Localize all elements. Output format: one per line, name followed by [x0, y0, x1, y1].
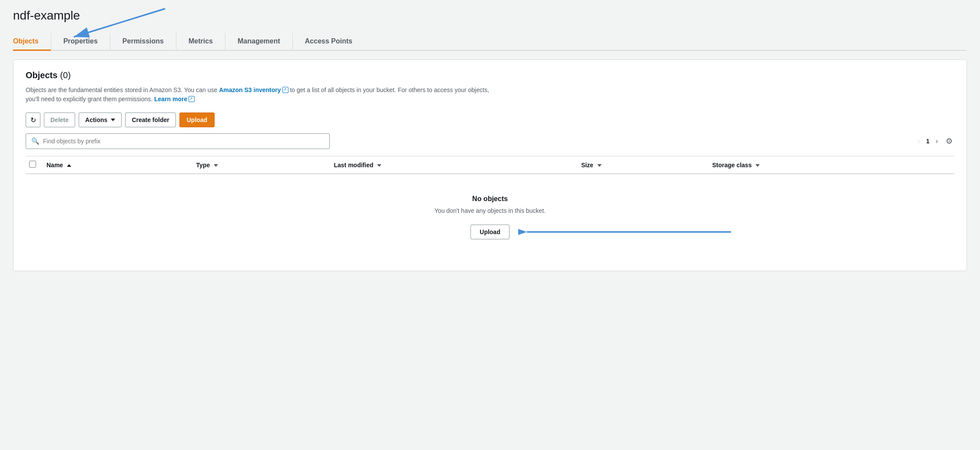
arrow-annotation-bottom	[518, 221, 735, 243]
panel-title: Objects	[26, 70, 57, 80]
actions-button[interactable]: Actions	[79, 112, 122, 127]
search-row: 🔍 ‹ 1 › ⚙	[26, 133, 954, 149]
tabs-bar: Objects Properties Permissions Metrics M…	[13, 33, 967, 51]
sort-desc-icon-size	[597, 164, 602, 167]
tab-metrics[interactable]: Metrics	[176, 33, 225, 51]
page-number: 1	[926, 138, 930, 145]
select-all-checkbox[interactable]	[29, 161, 36, 168]
col-size[interactable]: Size	[576, 156, 707, 174]
col-type[interactable]: Type	[191, 156, 329, 174]
sort-desc-icon-type	[214, 164, 218, 167]
search-input[interactable]	[43, 138, 324, 145]
pagination-controls: ‹ 1 › ⚙	[915, 135, 954, 148]
col-last-modified[interactable]: Last modified	[328, 156, 576, 174]
search-icon: 🔍	[31, 137, 40, 145]
prev-page-button[interactable]: ‹	[915, 136, 923, 147]
toolbar: ↻ Delete Actions Create folder Upload	[26, 112, 954, 127]
empty-state-desc: You don't have any objects in this bucke…	[434, 207, 546, 214]
search-bar[interactable]: 🔍	[26, 133, 330, 149]
sort-desc-icon-modified	[377, 164, 381, 167]
sort-asc-icon	[67, 164, 71, 167]
learn-more-link[interactable]: Learn more	[154, 96, 187, 103]
objects-table: Name Type Last modified Size	[26, 156, 954, 257]
next-page-button[interactable]: ›	[933, 136, 940, 147]
upload-button-empty[interactable]: Upload	[470, 225, 509, 239]
tab-management[interactable]: Management	[225, 33, 292, 51]
panel-count: (0)	[60, 70, 70, 80]
tab-permissions[interactable]: Permissions	[110, 33, 176, 51]
empty-state: No objects You don't have any objects in…	[26, 174, 954, 257]
objects-panel: Objects (0) Objects are the fundamental …	[13, 60, 967, 271]
chevron-down-icon	[111, 119, 115, 121]
delete-button[interactable]: Delete	[44, 112, 75, 127]
ext-link-icon-1	[282, 87, 288, 93]
tab-objects[interactable]: Objects	[13, 33, 51, 51]
col-name[interactable]: Name	[41, 156, 191, 174]
col-storage-class[interactable]: Storage class	[707, 156, 954, 174]
upload-button-toolbar[interactable]: Upload	[179, 112, 215, 127]
panel-description: Objects are the fundamental entities sto…	[26, 86, 503, 104]
ext-link-icon-2	[189, 96, 195, 102]
select-all-th	[26, 156, 41, 174]
s3-inventory-link[interactable]: Amazon S3 inventory	[219, 86, 281, 93]
create-folder-button[interactable]: Create folder	[125, 112, 175, 127]
preferences-button[interactable]: ⚙	[944, 135, 954, 148]
bucket-title: ndf-example	[13, 9, 80, 23]
refresh-button[interactable]: ↻	[26, 112, 40, 127]
tab-access-points[interactable]: Access Points	[292, 33, 364, 51]
tab-properties[interactable]: Properties	[51, 33, 110, 51]
empty-state-title: No objects	[434, 195, 546, 203]
sort-desc-icon-storage	[755, 164, 760, 167]
refresh-icon: ↻	[30, 116, 36, 124]
